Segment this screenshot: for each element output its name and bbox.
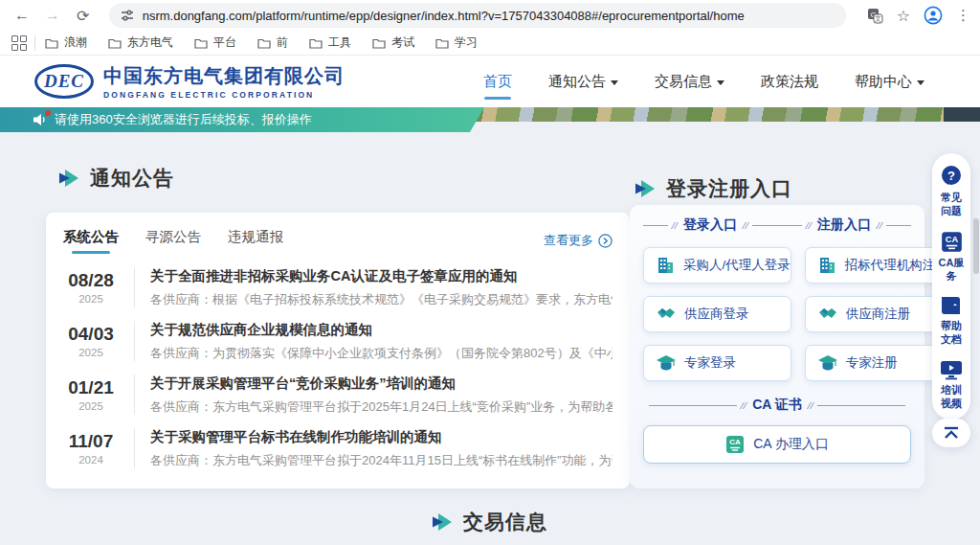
toolbar-right: G文 ☆ ⋮ [867,6,970,25]
announcement-year: 2024 [63,454,119,466]
announcement-title[interactable]: 关于规范供应商企业规模信息的通知 [150,321,612,339]
expert-register-button[interactable]: 专家注册 [805,345,949,381]
notice-ticker-text: 请使用360安全浏览器进行后续投标、报价操作 [55,111,312,128]
translate-icon[interactable]: G文 [867,8,883,24]
ca-badge-icon: CA [725,435,745,454]
supplier-register-button[interactable]: 供应商注册 [805,296,949,332]
bookmark-star-icon[interactable]: ☆ [897,7,910,25]
company-name-cn: 中国东方电气集团有限公司 [103,63,345,89]
bookmark-folder[interactable]: 前 [257,34,288,51]
announcement-title[interactable]: 关于开展采购管理平台“竞价采购业务”培训的通知 [150,375,612,393]
sidebar-item-help-docs[interactable]: 帮助文档 [937,295,966,347]
circle-arrow-right-icon [598,234,612,248]
expert-login-button[interactable]: 专家登录 [643,345,791,381]
divider [134,375,135,415]
list-item[interactable]: 04/03 2025 关于规范供应商企业规模信息的通知 各供应商：为贯彻落实《保… [63,314,612,368]
video-monitor-icon [940,359,963,380]
announcement-date: 01/21 [63,377,119,398]
floating-sidebar: ? 常见问题 CA CA服务 帮助文档 培训视频 [932,153,970,420]
speaker-icon [33,113,47,126]
chevron-down-icon [917,80,924,85]
bookmark-folder[interactable]: 平台 [194,34,236,51]
dec-logo-icon: DEC [34,64,94,99]
announcement-desc: 各供应商：根据《电子招标投标系统技术规范》《电子采购交易规范》要求，东方电气采购… [150,291,612,308]
building-icon [657,257,675,274]
ca-apply-button[interactable]: CA CA 办理入口 [643,425,911,464]
notification-dot [45,110,51,116]
svg-text:文: 文 [875,14,881,22]
menu-dots-icon[interactable]: ⋮ [956,7,970,24]
chevron-down-icon [611,80,618,85]
folder-icon [108,37,122,49]
browser-toolbar: ← → ⟳ nsrm.dongfang.com/platform/runtime… [0,0,980,31]
divider [134,428,135,468]
view-more-link[interactable]: 查看更多 [544,232,612,249]
section-arrow-icon [433,513,452,531]
app-root: ← → ⟳ nsrm.dongfang.com/platform/runtime… [0,0,980,545]
folder-icon [435,37,449,49]
nav-help-center[interactable]: 帮助中心 [855,73,924,91]
announcement-date: 04/03 [63,324,119,345]
list-item[interactable]: 01/21 2025 关于开展采购管理平台“竞价采购业务”培训的通知 各供应商：… [63,368,612,421]
announcement-tabs: 系统公告 寻源公告 违规通报 查看更多 [63,226,612,255]
tab-system-announcements[interactable]: 系统公告 [63,228,119,254]
svg-text:CA: CA [729,438,741,446]
nav-announcements[interactable]: 通知公告 [548,73,618,91]
folder-icon [309,37,323,49]
login-section-title: 登录注册入口 [635,175,792,202]
sidebar-item-ca-service[interactable]: CA CA服务 [937,231,966,284]
bookmark-folder[interactable]: 考试 [372,34,414,51]
tab-sourcing-announcements[interactable]: 寻源公告 [145,228,201,254]
folder-icon [372,37,386,49]
folder-icon [194,37,208,49]
bookmark-folder[interactable]: 东方电气 [108,34,173,51]
apps-grid-icon[interactable] [11,35,27,51]
handshake-icon [657,307,676,322]
login-group-header: 登录入口 [643,216,777,234]
profile-avatar-icon[interactable] [924,6,943,25]
graduation-cap-icon [657,355,676,372]
url-text[interactable]: nsrm.dongfang.com/platform/runtime/epp/d… [143,9,745,23]
main-nav: 首页 通知公告 交易信息 政策法规 帮助中心 [483,56,924,107]
purchaser-login-button[interactable]: 采购人/代理人登录 [643,247,791,284]
ca-group-header: CA 证书 [643,397,911,414]
announcement-title[interactable]: 关于全面推进非招标采购业务CA认证及电子签章应用的通知 [150,267,612,285]
address-bar[interactable]: nsrm.dongfang.com/platform/runtime/epp/d… [109,3,846,28]
company-logo[interactable]: DEC 中国东方电气集团有限公司 DONGFANG ELECTRIC CORPO… [34,63,345,100]
bookmarks-bar: 浪潮 东方电气 平台 前 工具 考试 学习 [0,31,980,56]
announcement-list: 08/28 2025 关于全面推进非招标采购业务CA认证及电子签章应用的通知 各… [63,261,612,475]
sidebar-item-training-videos[interactable]: 培训视频 [937,359,966,411]
sidebar-item-faq[interactable]: ? 常见问题 [937,165,966,218]
reload-icon[interactable]: ⟳ [71,3,96,28]
site-header: DEC 中国东方电气集团有限公司 DONGFANG ELECTRIC CORPO… [0,56,980,107]
bookmark-folder[interactable]: 学习 [435,34,478,51]
graduation-cap-icon [818,355,837,372]
agency-register-button[interactable]: 招标代理机构注册 [805,247,949,284]
section-arrow-icon [59,170,78,187]
forward-icon[interactable]: → [40,3,65,28]
supplier-login-button[interactable]: 供应商登录 [643,296,791,332]
nav-policies[interactable]: 政策法规 [761,73,818,91]
svg-text:CA: CA [945,234,958,243]
tab-violation-reports[interactable]: 违规通报 [228,228,283,254]
ca-badge-icon: CA [941,231,963,253]
bookmark-folder[interactable]: 浪潮 [45,34,87,51]
back-icon[interactable]: ← [10,3,34,28]
nav-trade-info[interactable]: 交易信息 [655,73,724,91]
announcement-desc: 各供应商：东方电气采购管理平台拟于2025年1月24日上线“竞价采购”业务，为帮… [150,398,612,416]
divider [134,267,135,307]
list-item[interactable]: 11/07 2024 关于采购管理平台标书在线制作功能培训的通知 各供应商：东方… [63,421,612,475]
announcement-title[interactable]: 关于采购管理平台标书在线制作功能培训的通知 [150,428,612,446]
announcements-section-title: 通知公告 [59,165,174,192]
scrollbar-thumb[interactable] [973,218,979,274]
nav-home[interactable]: 首页 [483,73,512,91]
list-item[interactable]: 08/28 2025 关于全面推进非招标采购业务CA认证及电子签章应用的通知 各… [63,261,612,314]
trade-section-title: 交易信息 [433,509,547,535]
announcement-year: 2025 [63,400,119,412]
bookmark-folder[interactable]: 工具 [309,34,351,51]
handshake-icon [818,307,837,322]
section-arrow-icon [635,180,655,197]
chevron-down-icon [717,80,724,85]
back-to-top-button[interactable] [932,419,970,447]
announcement-date: 08/28 [63,270,119,291]
